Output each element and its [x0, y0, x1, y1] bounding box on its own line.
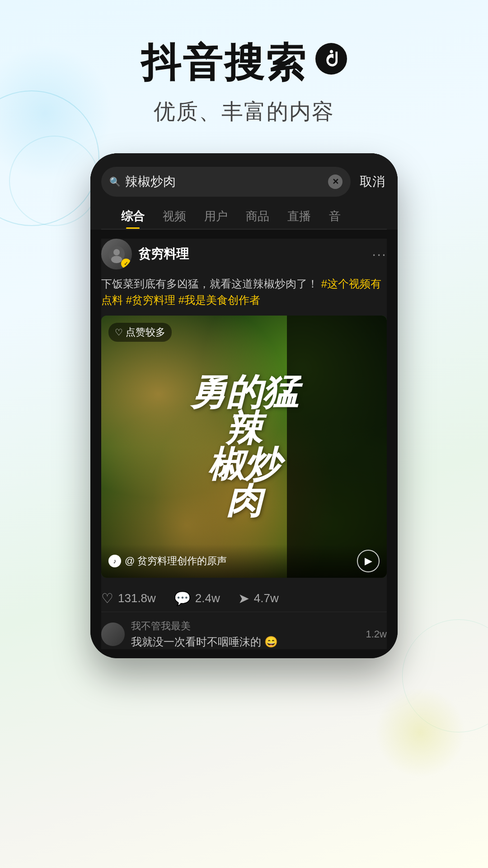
tiktok-logo-badge	[315, 43, 347, 75]
stats-row: ♡ 131.8w 💬 2.4w ➤ 4.7w	[101, 585, 387, 612]
description-text: 下饭菜到底有多凶猛，就看这道辣椒炒肉了！	[101, 278, 318, 290]
post-description: 下饭菜到底有多凶猛，就看这道辣椒炒肉了！ #这个视频有点料 #贫穷料理 #我是美…	[101, 276, 387, 308]
video-overlay-text: 勇的猛辣椒炒肉	[116, 374, 373, 519]
user-avatar: ✓	[101, 239, 132, 269]
likes-stat: ♡ 131.8w	[101, 590, 156, 606]
more-options-button[interactable]: ···	[372, 246, 387, 263]
tab-用户[interactable]: 用户	[195, 204, 237, 229]
header-section: 抖音搜索 优质、丰富的内容	[0, 0, 488, 144]
comment-username: 我不管我最美	[131, 619, 360, 633]
search-query-text: 辣椒炒肉	[125, 173, 324, 190]
phone-mockup: 🔍 辣椒炒肉 ✕ 取消 综合 视频 用户 商品 直播 音	[90, 153, 398, 658]
likes-badge-text: 点赞较多	[126, 326, 165, 339]
comment-count-badge: 1.2w	[366, 628, 387, 640]
svg-point-2	[113, 249, 120, 255]
verified-badge: ✓	[121, 259, 131, 269]
user-row: ✓ 贫穷料理 ···	[101, 239, 387, 269]
search-input-box[interactable]: 🔍 辣椒炒肉 ✕	[101, 167, 351, 197]
share-icon: ➤	[238, 590, 249, 606]
video-thumbnail[interactable]: ♡ 点赞较多 勇的猛辣椒炒肉 ♪ @ 贫穷料理创作的原声	[101, 316, 387, 578]
search-area: 🔍 辣椒炒肉 ✕ 取消 综合 视频 用户 商品 直播 音	[90, 153, 398, 230]
shares-stat: ➤ 4.7w	[238, 590, 279, 606]
cancel-button[interactable]: 取消	[358, 173, 387, 190]
svg-point-3	[111, 256, 122, 263]
tab-视频[interactable]: 视频	[154, 204, 195, 229]
tiktok-icon-small: ♪	[108, 555, 121, 567]
svg-point-0	[329, 50, 333, 53]
phone-container: 🔍 辣椒炒肉 ✕ 取消 综合 视频 用户 商品 直播 音	[0, 153, 488, 658]
heart-icon: ♡	[101, 590, 113, 606]
search-bar-row: 🔍 辣椒炒肉 ✕ 取消	[101, 167, 387, 197]
comment-avatar	[101, 623, 125, 646]
video-bottom-bar: ♪ @ 贫穷料理创作的原声 ▶	[101, 544, 387, 578]
app-subtitle: 优质、丰富的内容	[0, 97, 488, 126]
shares-count: 4.7w	[254, 591, 279, 605]
app-title: 抖音搜索	[0, 36, 488, 90]
tab-直播[interactable]: 直播	[278, 204, 320, 229]
tabs-row: 综合 视频 用户 商品 直播 音	[101, 197, 387, 229]
tab-商品[interactable]: 商品	[237, 204, 278, 229]
play-button[interactable]: ▶	[357, 550, 380, 572]
search-icon: 🔍	[109, 176, 121, 187]
username: 贫穷料理	[138, 245, 366, 263]
comments-stat: 💬 2.4w	[174, 590, 220, 606]
comment-icon: 💬	[174, 590, 191, 606]
comment-content: 我就没一次看时不咽唾沫的 😄	[131, 635, 360, 649]
sound-text: @ 贫穷料理创作的原声	[125, 554, 227, 568]
bg-glow-yellow	[375, 687, 465, 778]
content-area: ✓ 贫穷料理 ··· 下饭菜到底有多凶猛，就看这道辣椒炒肉了！ #这个视频有点料…	[90, 230, 398, 658]
post-card: ✓ 贫穷料理 ··· 下饭菜到底有多凶猛，就看这道辣椒炒肉了！ #这个视频有点料…	[101, 239, 387, 649]
tab-综合[interactable]: 综合	[112, 204, 154, 229]
comment-preview: 我不管我最美 我就没一次看时不咽唾沫的 😄 1.2w	[101, 612, 387, 649]
likes-badge: ♡ 点赞较多	[108, 323, 172, 342]
phone-screen: 🔍 辣椒炒肉 ✕ 取消 综合 视频 用户 商品 直播 音	[90, 153, 398, 658]
app-title-text: 抖音搜索	[141, 36, 307, 90]
tab-音[interactable]: 音	[320, 204, 350, 229]
video-sound-info: ♪ @ 贫穷料理创作的原声	[108, 554, 227, 568]
comments-count: 2.4w	[195, 591, 220, 605]
heart-icon-small: ♡	[115, 327, 123, 338]
tiktok-note-icon	[321, 48, 342, 69]
search-clear-button[interactable]: ✕	[328, 175, 343, 189]
comment-text-area: 我不管我最美 我就没一次看时不咽唾沫的 😄	[131, 619, 360, 649]
likes-count: 131.8w	[118, 591, 156, 605]
